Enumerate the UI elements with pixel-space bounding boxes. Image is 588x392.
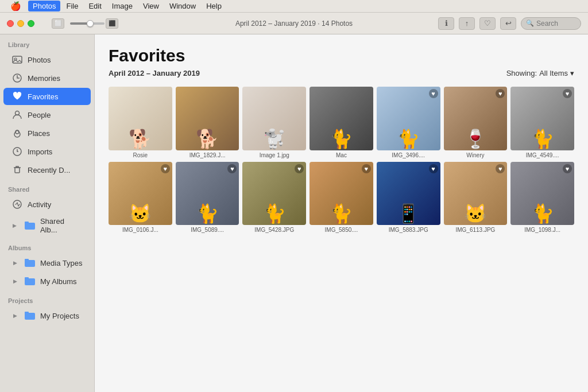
sidebar-item-imports[interactable]: Imports: [3, 143, 91, 160]
sidebar-item-activity-label: Activity: [28, 200, 51, 209]
zoom-out-button[interactable]: ⬛: [106, 18, 118, 29]
showing-filter[interactable]: Showing: All Items ▾: [506, 69, 574, 77]
library-section-label: Library: [0, 34, 94, 51]
photo-cell-p7[interactable]: 🐈♥IMG_4549....: [510, 87, 574, 158]
sidebar-toggle-button[interactable]: ⬜: [52, 18, 64, 29]
imports-icon: [11, 146, 23, 157]
photo-cell-p10[interactable]: 🐈♥IMG_5428.JPG: [242, 162, 306, 234]
photo-cell-p6[interactable]: 🍷♥Winery: [444, 87, 508, 158]
photo-thumb-p7: 🐈♥: [510, 87, 574, 150]
sidebar-item-media-types-label: Media Types: [40, 259, 82, 267]
albums-section-label: Albums: [0, 238, 94, 254]
sidebar-item-photos[interactable]: Photos: [3, 51, 91, 68]
chevron-down-icon: ▾: [570, 69, 574, 77]
menu-file[interactable]: File: [61, 1, 83, 11]
rotate-button[interactable]: ↩: [500, 17, 516, 30]
titlebar: ⬜ ⬛ April 2012 – January 2019 · 14 Photo…: [0, 13, 588, 34]
memories-icon: [11, 72, 23, 84]
svg-rect-11: [25, 259, 29, 261]
photo-cell-p1[interactable]: 🐕Rosie: [109, 87, 172, 158]
photo-cell-p14[interactable]: 🐈♥IMG_1098.J...: [510, 162, 574, 234]
photo-label-p13: IMG_6113.JPG: [444, 227, 508, 233]
photo-emoji-p11: 🐈: [330, 204, 353, 223]
photo-cell-p11[interactable]: 🐈♥IMG_5850....: [310, 162, 373, 234]
photo-cell-p13[interactable]: 🐱♥IMG_6113.JPG: [444, 162, 508, 234]
expand-icon[interactable]: ▶: [11, 312, 18, 319]
info-button[interactable]: ℹ: [438, 17, 454, 30]
photo-emoji-p2: 🐕: [196, 130, 219, 148]
app-window: Library Photos Memories Favorites People: [0, 34, 588, 392]
photo-thumb-p6: 🍷♥: [444, 87, 508, 150]
favorite-badge-p14: ♥: [563, 164, 572, 173]
favorite-badge-p10: ♥: [295, 164, 304, 173]
sidebar-item-my-albums[interactable]: ▶ My Albums: [3, 273, 91, 290]
sidebar-item-activity[interactable]: Activity: [3, 196, 91, 213]
photo-cell-p8[interactable]: 🐱♥IMG_0106.J...: [109, 162, 172, 234]
photo-label-p2: IMG_1829.J...: [176, 152, 239, 158]
favorite-badge-p11: ♥: [362, 164, 371, 173]
photo-cell-p2[interactable]: 🐕IMG_1829.J...: [176, 87, 239, 158]
menu-help[interactable]: Help: [202, 1, 226, 11]
sidebar-item-imports-label: Imports: [28, 148, 52, 156]
zoom-slider-thumb[interactable]: [87, 20, 94, 27]
photo-label-p8: IMG_0106.J...: [109, 227, 172, 233]
expand-icon[interactable]: ▶: [11, 259, 18, 266]
share-button[interactable]: ↑: [459, 17, 475, 30]
photo-emoji-p7: 🐈: [531, 130, 554, 148]
sidebar-item-memories[interactable]: Memories: [3, 69, 91, 87]
sidebar-item-people-label: People: [28, 111, 51, 119]
favorite-badge-p9: ♥: [227, 164, 237, 173]
photo-thumb-p14: 🐈♥: [510, 162, 574, 226]
page-title: Favorites: [109, 46, 574, 65]
sidebar-item-my-projects[interactable]: ▶ My Projects: [3, 307, 91, 324]
menu-window[interactable]: Window: [165, 1, 200, 11]
photo-thumb-p8: 🐱♥: [109, 162, 172, 226]
sidebar-item-places[interactable]: Places: [3, 125, 91, 142]
titlebar-actions: ℹ ↑ ♡ ↩ 🔍: [438, 17, 581, 30]
zoom-slider-container[interactable]: [70, 18, 105, 29]
search-box[interactable]: 🔍: [521, 17, 581, 30]
menu-edit[interactable]: Edit: [84, 1, 106, 11]
sidebar-item-recently-deleted-label: Recently D...: [28, 166, 70, 174]
photo-cell-p4[interactable]: 🐈Mac: [310, 87, 373, 158]
menu-view[interactable]: View: [138, 1, 164, 11]
favorite-badge-p5: ♥: [429, 89, 438, 98]
sidebar-item-recently-deleted[interactable]: Recently D...: [3, 161, 91, 178]
my-projects-icon: [24, 310, 36, 321]
menu-image[interactable]: Image: [107, 1, 137, 11]
svg-rect-0: [13, 56, 22, 63]
showing-label: Showing:: [506, 69, 537, 77]
zoom-slider-track[interactable]: [70, 22, 105, 25]
sidebar-item-shared-albums[interactable]: ▶ Shared Alb...: [3, 214, 91, 237]
minimize-button[interactable]: [17, 20, 24, 27]
photo-emoji-p10: 🐈: [263, 204, 286, 223]
photo-cell-p5[interactable]: 🐈♥IMG_3496....: [377, 87, 440, 158]
photo-label-p11: IMG_5850....: [310, 227, 373, 233]
window-resize-buttons: ⬜ ⬛: [52, 18, 118, 29]
maximize-button[interactable]: [28, 20, 34, 27]
menu-photos[interactable]: Photos: [28, 1, 60, 11]
photo-cell-p9[interactable]: 🐈♥IMG_5089....: [176, 162, 239, 234]
photo-thumb-p10: 🐈♥: [242, 162, 306, 226]
favorite-badge-p7: ♥: [563, 89, 572, 98]
photo-thumb-p9: 🐈♥: [176, 162, 239, 226]
traffic-lights: [7, 20, 34, 27]
apple-menu[interactable]: 🍎: [5, 1, 27, 11]
photo-label-p9: IMG_5089....: [176, 227, 239, 233]
expand-icon[interactable]: ▶: [11, 278, 18, 285]
my-albums-icon: [24, 275, 36, 287]
photo-thumb-p2: 🐕: [176, 87, 239, 150]
photo-cell-p12[interactable]: 📱♥IMG_5883.JPG: [377, 162, 440, 234]
favorite-button[interactable]: ♡: [479, 17, 496, 30]
expand-icon[interactable]: ▶: [11, 222, 18, 229]
sidebar-item-media-types[interactable]: ▶ Media Types: [3, 254, 91, 271]
photo-label-p14: IMG_1098.J...: [510, 227, 574, 233]
sidebar-item-photos-label: Photos: [28, 56, 51, 64]
svg-rect-9: [25, 222, 29, 224]
search-input[interactable]: [536, 20, 579, 28]
photo-label-p4: Mac: [310, 152, 373, 158]
sidebar-item-people[interactable]: People: [3, 106, 91, 123]
close-button[interactable]: [7, 20, 14, 27]
photo-cell-p3[interactable]: 🐩Image 1.jpg: [242, 87, 306, 158]
sidebar-item-favorites[interactable]: Favorites: [3, 88, 91, 105]
